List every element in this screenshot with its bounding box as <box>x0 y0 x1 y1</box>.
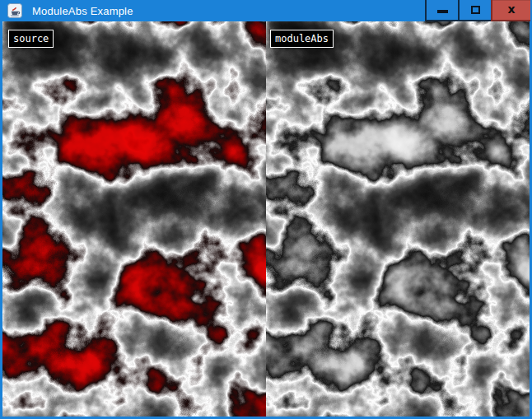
moduleabs-image-label: moduleAbs <box>270 30 334 48</box>
source-image-panel: source <box>2 21 266 417</box>
moduleabs-image-panel: moduleAbs <box>266 21 530 417</box>
source-image-label: source <box>8 30 54 48</box>
titlebar[interactable]: ModuleAbs Example x <box>0 0 532 21</box>
source-noise-image <box>2 21 266 417</box>
window-title: ModuleAbs Example <box>32 5 133 17</box>
close-icon: x <box>507 3 515 15</box>
maximize-button[interactable] <box>458 0 491 21</box>
maximize-icon <box>471 6 480 14</box>
window-controls: x <box>425 0 530 21</box>
moduleabs-noise-image <box>266 21 530 417</box>
minimize-button[interactable] <box>425 0 458 21</box>
minimize-icon <box>437 10 448 13</box>
java-coffee-cup-icon <box>7 3 22 18</box>
content-area: source moduleAbs <box>2 21 530 417</box>
app-window: ModuleAbs Example x source moduleAbs <box>0 0 532 419</box>
close-button[interactable]: x <box>491 0 530 21</box>
